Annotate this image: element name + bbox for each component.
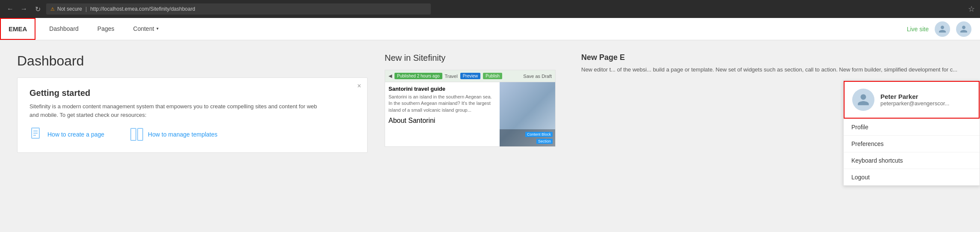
menu-item-profile[interactable]: Profile bbox=[844, 119, 980, 135]
live-site-link[interactable]: Live site bbox=[907, 26, 929, 33]
published-badge: Published 2 hours ago bbox=[394, 73, 442, 79]
bookmark-icon[interactable]: ☆ bbox=[968, 4, 975, 14]
nav-right: Live site bbox=[907, 21, 980, 37]
svg-rect-4 bbox=[131, 128, 136, 140]
address-bar[interactable]: ⚠ Not secure | http://localhost.emea.com… bbox=[46, 3, 431, 15]
nav-tabs: Dashboard Pages Content ▾ bbox=[40, 18, 168, 40]
link-manage-templates[interactable]: How to manage templates bbox=[130, 127, 218, 142]
browser-chrome: ← → ↻ ⚠ Not secure | http://localhost.em… bbox=[0, 0, 980, 18]
svg-rect-5 bbox=[138, 128, 143, 140]
app-navbar: EMEA Dashboard Pages Content ▾ Live site bbox=[0, 18, 980, 40]
publish-badge: Publish bbox=[483, 73, 502, 79]
user-avatar-btn-2[interactable] bbox=[956, 21, 971, 37]
dropdown-user-name: Peter Parker bbox=[880, 93, 949, 100]
travel-label: Travel bbox=[445, 74, 458, 79]
menu-item-keyboard-shortcuts[interactable]: Keyboard shortcuts bbox=[844, 152, 980, 169]
new-page-section: New Page E New editor t... of the websi.… bbox=[581, 53, 966, 74]
dropdown-user-info: Peter Parker peterparker@avengerscor... bbox=[880, 93, 949, 107]
url-display: http://localhost.emea.com/Sitefinity/das… bbox=[90, 6, 195, 12]
site-logo[interactable]: EMEA bbox=[0, 18, 35, 40]
save-draft-label: Save as Draft bbox=[523, 74, 552, 79]
link-create-page[interactable]: How to create a page bbox=[29, 127, 104, 142]
forward-button[interactable]: → bbox=[19, 4, 29, 14]
new-page-title: New Page E bbox=[581, 53, 966, 62]
article-title: Santorini travel guide bbox=[388, 86, 496, 92]
tab-dashboard[interactable]: Dashboard bbox=[40, 18, 88, 40]
content-caret-icon: ▾ bbox=[156, 26, 159, 31]
content-block-badge: Content Block bbox=[525, 132, 553, 137]
getting-started-card: × Getting started Sitefinity is a modern… bbox=[17, 77, 368, 153]
card-description: Sitefinity is a modern content managemen… bbox=[29, 102, 320, 119]
sitefinity-section-title: New in Sitefinity bbox=[385, 53, 598, 63]
new-page-text: New editor t... of the websi... build a … bbox=[581, 65, 966, 74]
user-avatar-btn-1[interactable] bbox=[935, 21, 950, 37]
reload-button[interactable]: ↻ bbox=[32, 4, 43, 14]
back-button[interactable]: ← bbox=[5, 4, 15, 14]
about-santorini-link[interactable]: About Santorini bbox=[388, 117, 496, 125]
link-create-page-label: How to create a page bbox=[47, 131, 104, 138]
tab-pages[interactable]: Pages bbox=[88, 18, 124, 40]
link-manage-templates-label: How to manage templates bbox=[148, 131, 218, 138]
security-icon: ⚠ bbox=[50, 6, 55, 12]
preview-nav-left[interactable]: ◀ bbox=[388, 73, 392, 79]
section-badge: Section bbox=[536, 139, 553, 144]
template-icon bbox=[130, 127, 144, 142]
tab-content[interactable]: Content ▾ bbox=[124, 18, 168, 40]
menu-item-preferences[interactable]: Preferences bbox=[844, 135, 980, 152]
card-links: How to create a page How to manage templ… bbox=[29, 127, 355, 142]
menu-item-logout[interactable]: Logout bbox=[844, 169, 980, 185]
sitefinity-section: New in Sitefinity ◀ Published 2 hours ag… bbox=[385, 53, 598, 147]
card-close-button[interactable]: × bbox=[357, 82, 361, 90]
page-icon bbox=[29, 127, 43, 142]
user-dropdown-header: Peter Parker peterparker@avengerscor... bbox=[844, 81, 980, 119]
card-title: Getting started bbox=[29, 88, 355, 98]
sitefinity-preview: ◀ Published 2 hours ago Travel Preview P… bbox=[385, 70, 556, 147]
preview-badge: Preview bbox=[460, 73, 481, 79]
dropdown-user-email: peterparker@avengerscor... bbox=[880, 100, 949, 107]
user-dropdown: Peter Parker peterparker@avengerscor... … bbox=[843, 80, 980, 186]
security-label: Not secure bbox=[57, 6, 82, 12]
main-content: Dashboard × Getting started Sitefinity i… bbox=[0, 40, 980, 232]
article-text: Santorini is an island in the southern A… bbox=[388, 94, 496, 113]
dropdown-avatar bbox=[852, 89, 874, 111]
